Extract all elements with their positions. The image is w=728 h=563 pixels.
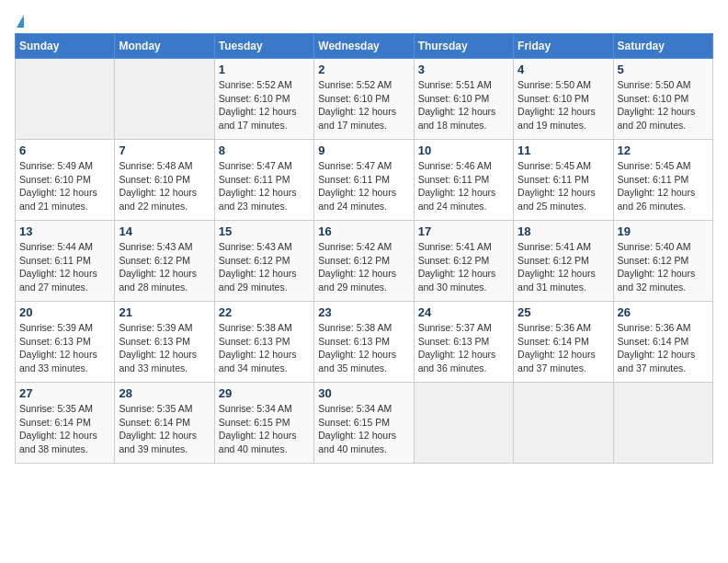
day-detail: Sunrise: 5:45 AMSunset: 6:11 PMDaylight:… bbox=[618, 159, 709, 213]
day-number: 29 bbox=[219, 386, 310, 400]
day-number: 3 bbox=[418, 63, 509, 76]
calendar-cell: 29 Sunrise: 5:34 AMSunset: 6:15 PMDaylig… bbox=[214, 383, 313, 464]
day-detail: Sunrise: 5:50 AMSunset: 6:10 PMDaylight:… bbox=[618, 78, 709, 132]
day-detail: Sunrise: 5:44 AMSunset: 6:11 PMDaylight:… bbox=[19, 240, 110, 294]
day-number: 30 bbox=[318, 386, 409, 400]
logo bbox=[15, 15, 24, 26]
weekday-header-sunday: Sunday bbox=[16, 34, 115, 59]
day-detail: Sunrise: 5:37 AMSunset: 6:13 PMDaylight:… bbox=[418, 321, 509, 375]
day-detail: Sunrise: 5:39 AMSunset: 6:13 PMDaylight:… bbox=[119, 321, 210, 375]
day-detail: Sunrise: 5:35 AMSunset: 6:14 PMDaylight:… bbox=[19, 402, 110, 456]
day-detail: Sunrise: 5:47 AMSunset: 6:11 PMDaylight:… bbox=[219, 159, 310, 213]
day-number: 9 bbox=[318, 144, 409, 157]
calendar-cell: 24 Sunrise: 5:37 AMSunset: 6:13 PMDaylig… bbox=[414, 302, 513, 383]
day-number: 1 bbox=[219, 63, 310, 76]
calendar-cell bbox=[613, 383, 712, 464]
calendar-cell bbox=[514, 383, 613, 464]
day-detail: Sunrise: 5:41 AMSunset: 6:12 PMDaylight:… bbox=[418, 240, 509, 294]
calendar-cell: 22 Sunrise: 5:38 AMSunset: 6:13 PMDaylig… bbox=[214, 302, 313, 383]
calendar-cell: 15 Sunrise: 5:43 AMSunset: 6:12 PMDaylig… bbox=[214, 221, 313, 302]
day-detail: Sunrise: 5:43 AMSunset: 6:12 PMDaylight:… bbox=[119, 240, 210, 294]
day-number: 22 bbox=[219, 305, 310, 319]
day-detail: Sunrise: 5:52 AMSunset: 6:10 PMDaylight:… bbox=[318, 78, 409, 132]
calendar-table: SundayMondayTuesdayWednesdayThursdayFrid… bbox=[15, 33, 713, 464]
day-detail: Sunrise: 5:34 AMSunset: 6:15 PMDaylight:… bbox=[318, 402, 409, 456]
day-number: 20 bbox=[19, 305, 110, 319]
weekday-header-tuesday: Tuesday bbox=[214, 34, 313, 59]
page-header bbox=[15, 15, 713, 26]
calendar-cell: 16 Sunrise: 5:42 AMSunset: 6:12 PMDaylig… bbox=[314, 221, 414, 302]
calendar-cell: 23 Sunrise: 5:38 AMSunset: 6:13 PMDaylig… bbox=[314, 302, 414, 383]
day-detail: Sunrise: 5:45 AMSunset: 6:11 PMDaylight:… bbox=[518, 159, 609, 213]
day-number: 28 bbox=[119, 386, 210, 400]
day-number: 5 bbox=[618, 63, 709, 76]
day-detail: Sunrise: 5:46 AMSunset: 6:11 PMDaylight:… bbox=[418, 159, 509, 213]
weekday-header-monday: Monday bbox=[115, 34, 214, 59]
day-number: 18 bbox=[518, 224, 609, 238]
day-number: 15 bbox=[219, 224, 310, 238]
calendar-cell: 17 Sunrise: 5:41 AMSunset: 6:12 PMDaylig… bbox=[414, 221, 513, 302]
calendar-cell bbox=[16, 59, 115, 140]
day-detail: Sunrise: 5:38 AMSunset: 6:13 PMDaylight:… bbox=[219, 321, 310, 375]
day-number: 2 bbox=[318, 63, 409, 76]
day-detail: Sunrise: 5:35 AMSunset: 6:14 PMDaylight:… bbox=[119, 402, 210, 456]
calendar-cell: 20 Sunrise: 5:39 AMSunset: 6:13 PMDaylig… bbox=[16, 302, 115, 383]
day-number: 25 bbox=[518, 305, 609, 319]
weekday-header-saturday: Saturday bbox=[613, 34, 712, 59]
calendar-cell: 10 Sunrise: 5:46 AMSunset: 6:11 PMDaylig… bbox=[414, 140, 513, 221]
calendar-cell: 1 Sunrise: 5:52 AMSunset: 6:10 PMDayligh… bbox=[214, 59, 313, 140]
calendar-cell: 7 Sunrise: 5:48 AMSunset: 6:10 PMDayligh… bbox=[115, 140, 214, 221]
day-number: 17 bbox=[418, 224, 509, 238]
calendar-cell: 11 Sunrise: 5:45 AMSunset: 6:11 PMDaylig… bbox=[514, 140, 613, 221]
calendar-cell: 6 Sunrise: 5:49 AMSunset: 6:10 PMDayligh… bbox=[16, 140, 115, 221]
day-number: 14 bbox=[119, 224, 210, 238]
day-detail: Sunrise: 5:43 AMSunset: 6:12 PMDaylight:… bbox=[219, 240, 310, 294]
day-detail: Sunrise: 5:52 AMSunset: 6:10 PMDaylight:… bbox=[219, 78, 310, 132]
calendar-cell: 2 Sunrise: 5:52 AMSunset: 6:10 PMDayligh… bbox=[314, 59, 414, 140]
day-number: 21 bbox=[119, 305, 210, 319]
calendar-cell: 27 Sunrise: 5:35 AMSunset: 6:14 PMDaylig… bbox=[16, 383, 115, 464]
day-number: 11 bbox=[518, 144, 609, 157]
calendar-cell: 14 Sunrise: 5:43 AMSunset: 6:12 PMDaylig… bbox=[115, 221, 214, 302]
day-detail: Sunrise: 5:38 AMSunset: 6:13 PMDaylight:… bbox=[318, 321, 409, 375]
day-detail: Sunrise: 5:49 AMSunset: 6:10 PMDaylight:… bbox=[19, 159, 110, 213]
day-detail: Sunrise: 5:42 AMSunset: 6:12 PMDaylight:… bbox=[318, 240, 409, 294]
calendar-cell: 3 Sunrise: 5:51 AMSunset: 6:10 PMDayligh… bbox=[414, 59, 513, 140]
day-detail: Sunrise: 5:36 AMSunset: 6:14 PMDaylight:… bbox=[618, 321, 709, 375]
calendar-cell: 13 Sunrise: 5:44 AMSunset: 6:11 PMDaylig… bbox=[16, 221, 115, 302]
calendar-cell: 4 Sunrise: 5:50 AMSunset: 6:10 PMDayligh… bbox=[514, 59, 613, 140]
calendar-cell: 18 Sunrise: 5:41 AMSunset: 6:12 PMDaylig… bbox=[514, 221, 613, 302]
day-number: 26 bbox=[618, 305, 709, 319]
calendar-cell: 25 Sunrise: 5:36 AMSunset: 6:14 PMDaylig… bbox=[514, 302, 613, 383]
calendar-cell: 30 Sunrise: 5:34 AMSunset: 6:15 PMDaylig… bbox=[314, 383, 414, 464]
logo-triangle-icon bbox=[17, 15, 24, 28]
day-number: 16 bbox=[318, 224, 409, 238]
calendar-cell: 21 Sunrise: 5:39 AMSunset: 6:13 PMDaylig… bbox=[115, 302, 214, 383]
day-detail: Sunrise: 5:41 AMSunset: 6:12 PMDaylight:… bbox=[518, 240, 609, 294]
calendar-cell: 5 Sunrise: 5:50 AMSunset: 6:10 PMDayligh… bbox=[613, 59, 712, 140]
day-number: 24 bbox=[418, 305, 509, 319]
weekday-header-thursday: Thursday bbox=[414, 34, 513, 59]
day-number: 10 bbox=[418, 144, 509, 157]
calendar-cell: 26 Sunrise: 5:36 AMSunset: 6:14 PMDaylig… bbox=[613, 302, 712, 383]
day-detail: Sunrise: 5:51 AMSunset: 6:10 PMDaylight:… bbox=[418, 78, 509, 132]
calendar-cell: 9 Sunrise: 5:47 AMSunset: 6:11 PMDayligh… bbox=[314, 140, 414, 221]
calendar-cell bbox=[115, 59, 214, 140]
weekday-header-friday: Friday bbox=[514, 34, 613, 59]
day-number: 6 bbox=[19, 144, 110, 157]
day-number: 4 bbox=[518, 63, 609, 76]
day-detail: Sunrise: 5:34 AMSunset: 6:15 PMDaylight:… bbox=[219, 402, 310, 456]
day-detail: Sunrise: 5:50 AMSunset: 6:10 PMDaylight:… bbox=[518, 78, 609, 132]
day-detail: Sunrise: 5:48 AMSunset: 6:10 PMDaylight:… bbox=[119, 159, 210, 213]
day-number: 19 bbox=[618, 224, 709, 238]
calendar-cell: 12 Sunrise: 5:45 AMSunset: 6:11 PMDaylig… bbox=[613, 140, 712, 221]
day-detail: Sunrise: 5:40 AMSunset: 6:12 PMDaylight:… bbox=[618, 240, 709, 294]
day-number: 12 bbox=[618, 144, 709, 157]
day-number: 13 bbox=[19, 224, 110, 238]
day-number: 23 bbox=[318, 305, 409, 319]
day-number: 27 bbox=[19, 386, 110, 400]
calendar-cell bbox=[414, 383, 513, 464]
calendar-cell: 19 Sunrise: 5:40 AMSunset: 6:12 PMDaylig… bbox=[613, 221, 712, 302]
day-detail: Sunrise: 5:39 AMSunset: 6:13 PMDaylight:… bbox=[19, 321, 110, 375]
day-number: 7 bbox=[119, 144, 210, 157]
